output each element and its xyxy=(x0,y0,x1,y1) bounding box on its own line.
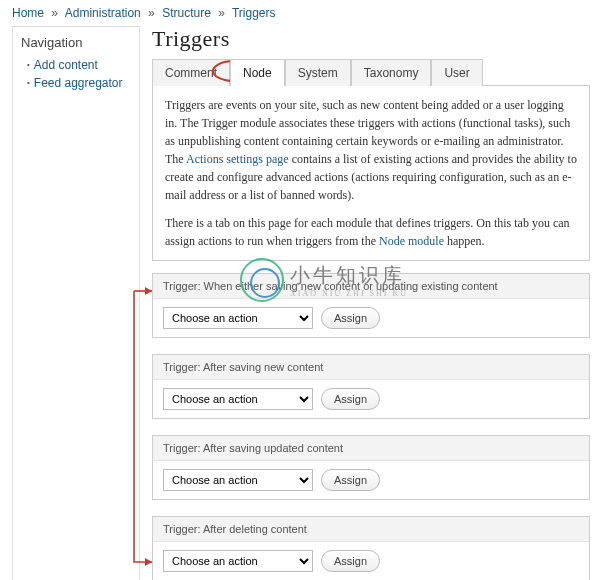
action-select[interactable]: Choose an action xyxy=(163,469,313,491)
sidebar-item-feed-aggregator[interactable]: Feed aggregator xyxy=(21,74,131,92)
tab-node[interactable]: Node xyxy=(230,59,285,86)
sidebar-navigation: Navigation Add content Feed aggregator xyxy=(12,26,140,580)
breadcrumb-admin[interactable]: Administration xyxy=(65,6,141,20)
breadcrumb: Home » Administration » Structure » Trig… xyxy=(0,0,600,26)
trigger-block: Trigger: After deleting contentChoose an… xyxy=(152,516,590,580)
action-select[interactable]: Choose an action xyxy=(163,307,313,329)
trigger-head: Trigger: When either saving new content … xyxy=(153,274,589,299)
intro-text: Triggers are events on your site, such a… xyxy=(152,86,590,261)
breadcrumb-sep: » xyxy=(214,6,229,20)
sidebar-heading: Navigation xyxy=(21,35,131,50)
trigger-block: Trigger: When either saving new content … xyxy=(152,273,590,338)
trigger-body: Choose an actionAssign xyxy=(153,542,589,580)
action-select[interactable]: Choose an action xyxy=(163,550,313,572)
trigger-body: Choose an actionAssign xyxy=(153,299,589,337)
trigger-head: Trigger: After saving updated content xyxy=(153,436,589,461)
assign-button[interactable]: Assign xyxy=(321,307,380,329)
action-select[interactable]: Choose an action xyxy=(163,388,313,410)
svg-marker-0 xyxy=(145,287,152,295)
breadcrumb-home[interactable]: Home xyxy=(12,6,44,20)
sidebar-link[interactable]: Add content xyxy=(34,58,98,72)
svg-marker-1 xyxy=(145,558,152,566)
trigger-block: Trigger: After saving updated contentCho… xyxy=(152,435,590,500)
assign-button[interactable]: Assign xyxy=(321,469,380,491)
trigger-body: Choose an actionAssign xyxy=(153,380,589,418)
assign-button[interactable]: Assign xyxy=(321,388,380,410)
node-module-link[interactable]: Node module xyxy=(379,234,444,248)
breadcrumb-sep: » xyxy=(47,6,62,20)
tab-system[interactable]: System xyxy=(285,59,351,86)
page-title: Triggers xyxy=(152,26,590,52)
trigger-block: Trigger: After saving new contentChoose … xyxy=(152,354,590,419)
tabs: Comment Node System Taxonomy User xyxy=(152,58,590,86)
tab-taxonomy[interactable]: Taxonomy xyxy=(351,59,432,86)
breadcrumb-sep: » xyxy=(144,6,159,20)
assign-button[interactable]: Assign xyxy=(321,550,380,572)
tab-user[interactable]: User xyxy=(431,59,482,86)
tab-comment[interactable]: Comment xyxy=(152,59,230,86)
trigger-head: Trigger: After saving new content xyxy=(153,355,589,380)
trigger-head: Trigger: After deleting content xyxy=(153,517,589,542)
actions-settings-link[interactable]: Actions settings page xyxy=(186,152,289,166)
breadcrumb-structure[interactable]: Structure xyxy=(162,6,211,20)
breadcrumb-triggers[interactable]: Triggers xyxy=(232,6,276,20)
intro-text-part: There is a tab on this page for each mod… xyxy=(165,216,570,248)
sidebar-link[interactable]: Feed aggregator xyxy=(34,76,123,90)
trigger-body: Choose an actionAssign xyxy=(153,461,589,499)
intro-text-part: happen. xyxy=(444,234,485,248)
main-content: Triggers Comment Node System Taxonomy Us… xyxy=(152,26,590,580)
sidebar-item-add-content[interactable]: Add content xyxy=(21,56,131,74)
triggers-list: Trigger: When either saving new content … xyxy=(152,273,590,580)
